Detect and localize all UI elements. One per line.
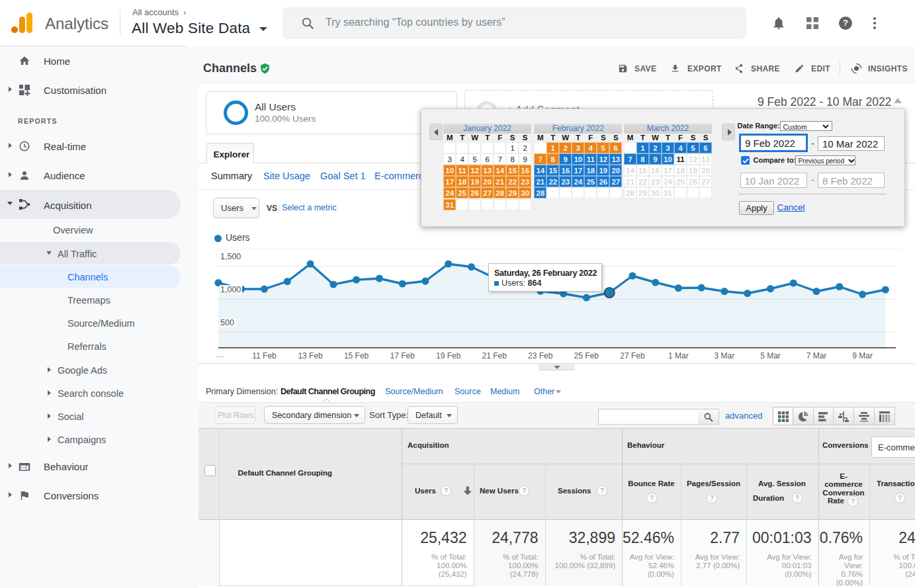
svg-text:500: 500 — [220, 318, 234, 327]
svg-text:1,000: 1,000 — [220, 285, 241, 294]
svg-text:1,500: 1,500 — [220, 252, 241, 261]
